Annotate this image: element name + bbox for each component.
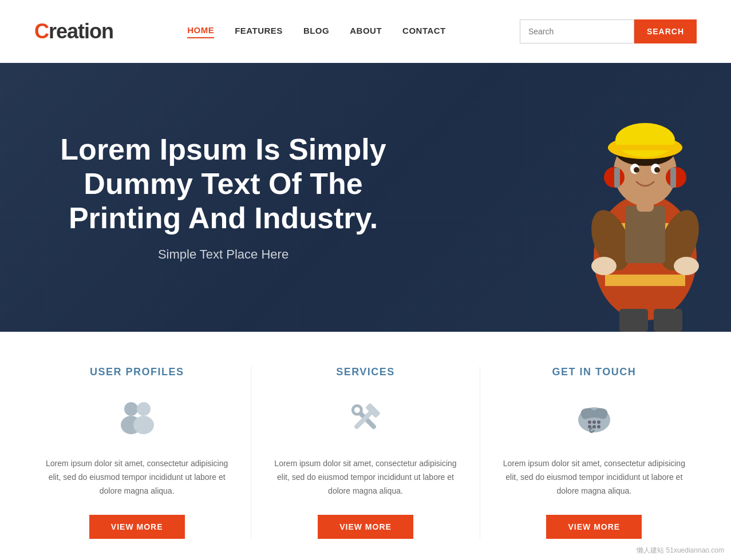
feature-title-user-profiles: USER PROFILES bbox=[40, 366, 234, 378]
logo-c: C bbox=[34, 19, 49, 43]
svg-point-12 bbox=[654, 167, 660, 173]
svg-point-20 bbox=[591, 257, 617, 275]
nav-features[interactable]: FEATURES bbox=[235, 26, 283, 38]
hero-title: Lorem Ipsum Is Simply Dummy Text Of The … bbox=[46, 133, 401, 235]
hero-section: Lorem Ipsum Is Simply Dummy Text Of The … bbox=[0, 63, 731, 332]
feature-card-services: SERVICES Lorem ipsum dolor sit amet, con… bbox=[251, 366, 480, 539]
header: Creation HOME FEATURES BLOG ABOUT CONTAC… bbox=[0, 0, 731, 63]
nav-home[interactable]: HOME bbox=[187, 25, 214, 38]
feature-desc-get-in-touch: Lorem ipsum dolor sit amet, consectetur … bbox=[497, 457, 691, 498]
nav-contact[interactable]: CONTACT bbox=[402, 26, 446, 38]
feature-title-services: SERVICES bbox=[268, 366, 462, 378]
svg-point-27 bbox=[133, 416, 154, 434]
svg-rect-5 bbox=[625, 206, 665, 263]
view-more-get-in-touch-button[interactable]: VIEW MORE bbox=[546, 515, 642, 539]
hero-subtitle: Simple Text Place Here bbox=[46, 247, 401, 262]
search-input[interactable] bbox=[520, 19, 634, 43]
phone-icon bbox=[571, 395, 617, 441]
tools-icon bbox=[342, 395, 388, 441]
feature-card-user-profiles: USER PROFILES Lorem ipsum dolor sit amet… bbox=[23, 366, 251, 539]
svg-rect-18 bbox=[614, 168, 620, 188]
main-nav: HOME FEATURES BLOG ABOUT CONTACT bbox=[187, 25, 446, 38]
nav-about[interactable]: ABOUT bbox=[350, 26, 382, 38]
view-more-user-profiles-button[interactable]: VIEW MORE bbox=[89, 515, 185, 539]
svg-point-35 bbox=[592, 420, 596, 424]
feature-desc-services: Lorem ipsum dolor sit amet, consectetur … bbox=[268, 457, 462, 498]
search-area: SEARCH bbox=[520, 19, 697, 43]
search-button[interactable]: SEARCH bbox=[634, 19, 697, 43]
svg-point-11 bbox=[634, 167, 639, 173]
svg-rect-23 bbox=[654, 309, 682, 332]
feature-title-get-in-touch: GET IN TOUCH bbox=[497, 366, 691, 378]
logo[interactable]: Creation bbox=[34, 19, 113, 43]
users-icon bbox=[114, 395, 160, 441]
svg-point-21 bbox=[674, 257, 699, 275]
svg-point-39 bbox=[597, 425, 600, 428]
svg-point-24 bbox=[124, 402, 138, 416]
svg-rect-22 bbox=[619, 309, 648, 332]
worker-figure bbox=[559, 63, 731, 332]
svg-point-38 bbox=[592, 425, 596, 428]
svg-rect-2 bbox=[605, 275, 685, 286]
svg-rect-19 bbox=[670, 168, 676, 188]
features-section: USER PROFILES Lorem ipsum dolor sit amet… bbox=[0, 332, 731, 560]
view-more-services-button[interactable]: VIEW MORE bbox=[318, 515, 413, 539]
logo-rest: reation bbox=[49, 19, 113, 43]
nav-blog[interactable]: BLOG bbox=[303, 26, 329, 38]
svg-point-26 bbox=[137, 402, 151, 416]
hero-content: Lorem Ipsum Is Simply Dummy Text Of The … bbox=[0, 133, 401, 261]
svg-rect-15 bbox=[608, 145, 682, 150]
svg-point-34 bbox=[588, 420, 591, 424]
site-watermark: 懒人建站 51xuediannao.com bbox=[637, 546, 724, 555]
feature-desc-user-profiles: Lorem ipsum dolor sit amet, consectetur … bbox=[40, 457, 234, 498]
svg-point-36 bbox=[597, 420, 600, 424]
feature-card-get-in-touch: GET IN TOUCH Lorem ipsum dolor sit amet,… bbox=[480, 366, 708, 539]
svg-point-14 bbox=[615, 123, 675, 157]
